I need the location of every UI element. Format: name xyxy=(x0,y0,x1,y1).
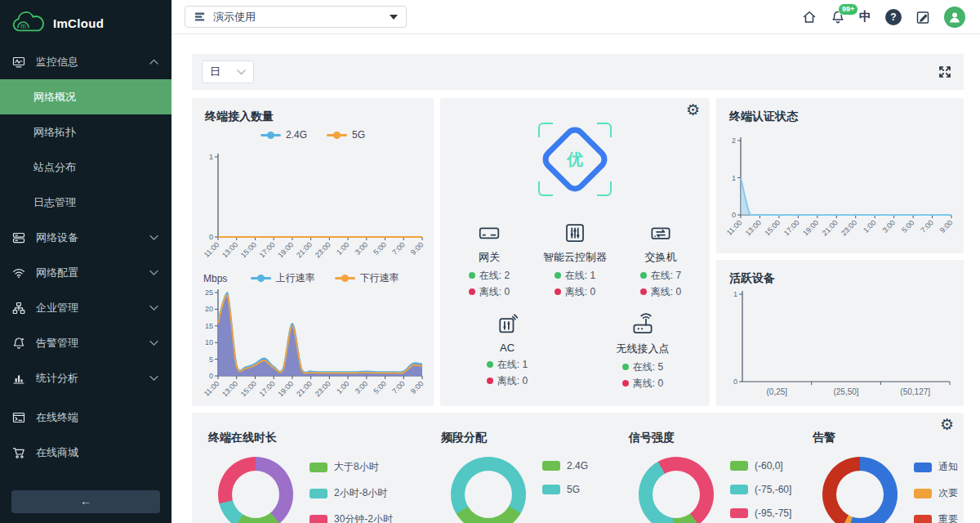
svg-text:21:00: 21:00 xyxy=(821,218,840,237)
svg-text:13:00: 13:00 xyxy=(220,240,239,259)
svg-text:5:00: 5:00 xyxy=(372,240,387,256)
legend-pill-icon xyxy=(730,485,748,494)
sidebar-item[interactable]: 网络设备 xyxy=(0,220,172,255)
device-status-row-2: AC在线: 1离线: 0无线接入点在线: 5离线: 0 xyxy=(440,312,710,391)
legend-label: 5G xyxy=(352,129,365,141)
legend-pill-icon xyxy=(730,508,748,518)
sidebar-subitem[interactable]: 站点分布 xyxy=(0,150,172,185)
legend-label: 下行速率 xyxy=(360,271,399,285)
device-offline-count: 离线: 0 xyxy=(468,373,546,389)
sidebar-item[interactable]: 企业管理 xyxy=(0,290,172,325)
svg-text:17:00: 17:00 xyxy=(258,379,277,398)
legend-pill-icon xyxy=(542,461,560,471)
device-status-card: AC在线: 1离线: 0 xyxy=(468,312,546,391)
fullscreen-button[interactable] xyxy=(938,65,952,79)
legend-item[interactable]: 上行速率 xyxy=(251,271,315,285)
legend-item[interactable]: (-75,-60] xyxy=(730,484,791,495)
app-logo[interactable]: m ImCloud xyxy=(0,0,172,44)
sidebar-item[interactable]: 监控信息 xyxy=(0,44,172,79)
period-select[interactable]: 日 xyxy=(202,60,254,83)
svg-text:1: 1 xyxy=(733,290,737,298)
period-select-value: 日 xyxy=(210,65,220,79)
legend-marker-icon xyxy=(335,277,355,279)
device-online-count: 在线: 1 xyxy=(468,356,546,373)
sidebar-item[interactable]: 网络配置 xyxy=(0,255,172,290)
svg-text:7:00: 7:00 xyxy=(919,218,934,234)
rate-legend-row: Mbps 上行速率下行速率 xyxy=(192,271,434,285)
legend-item[interactable]: 2.4G xyxy=(261,129,307,141)
legend-item[interactable]: 通知 xyxy=(914,460,958,474)
legend-item[interactable]: 大于8小时 xyxy=(310,460,393,474)
switch-icon xyxy=(648,221,673,245)
svg-text:3:00: 3:00 xyxy=(354,379,369,395)
legend-pill-icon xyxy=(310,515,327,523)
svg-text:9:00: 9:00 xyxy=(409,240,425,256)
legend-item[interactable]: (-95,-75] xyxy=(730,507,791,519)
panel-title: 终端认证状态 xyxy=(716,98,964,124)
donut-body: 大于8小时2小时-8小时30分钟-2小时 xyxy=(192,457,425,523)
legend-item[interactable]: 5G xyxy=(327,129,365,141)
sidebar-collapse-button[interactable]: ← xyxy=(11,490,160,513)
notifications-button[interactable]: 99+ xyxy=(831,10,845,25)
sidebar-item-label: 监控信息 xyxy=(36,55,149,69)
sidebar-subitem[interactable]: 网络拓扑 xyxy=(0,114,172,150)
sidebar-item[interactable]: 在线终端 xyxy=(0,400,172,435)
legend-item[interactable]: (-60,0] xyxy=(730,460,791,472)
legend-pill-icon xyxy=(542,485,560,494)
sidebar-item[interactable]: 在线商城 xyxy=(0,435,172,470)
server-icon xyxy=(12,231,25,244)
main-content: 日 终端接入数量 2.4G5G 0111:0013:0015:0017:0019… xyxy=(172,34,980,523)
donut-body: (-60,0](-75,-60](-95,-75] xyxy=(612,457,796,523)
chevron-down-icon xyxy=(149,375,158,382)
svg-text:11:00: 11:00 xyxy=(725,218,744,237)
help-button[interactable]: ? xyxy=(885,9,902,25)
user-icon xyxy=(947,10,962,25)
feedback-button[interactable] xyxy=(915,10,930,25)
sidebar-subitem[interactable]: 网络概况 xyxy=(0,79,172,114)
panel-network-health: ⚙ 优 网关在线: 2离线: 0智能云控制器在线: 1离线: 0交换机在线: 7… xyxy=(440,98,710,406)
legend-item[interactable]: 2.4G xyxy=(542,460,588,472)
sidebar-item-label: 告警管理 xyxy=(36,336,149,351)
legend-item[interactable]: 下行速率 xyxy=(335,271,399,285)
user-avatar[interactable] xyxy=(944,7,965,28)
topbar-icons: 99+ 中 ? xyxy=(802,7,980,28)
device-name: 无线接入点 xyxy=(604,342,682,356)
svg-text:17:00: 17:00 xyxy=(782,218,801,237)
legend-pill-icon xyxy=(914,515,932,523)
offline-dot-icon xyxy=(555,288,561,295)
svg-text:1:00: 1:00 xyxy=(335,379,350,395)
tenant-selector[interactable]: 演示使用 xyxy=(185,6,407,28)
svg-text:15:00: 15:00 xyxy=(763,218,782,237)
panel-title: 活跃设备 xyxy=(716,260,964,286)
legend-item[interactable]: 次要 xyxy=(914,486,958,500)
chevron-down-icon xyxy=(149,340,158,346)
language-toggle[interactable]: 中 xyxy=(859,9,871,25)
legend-item[interactable]: 5G xyxy=(542,484,588,495)
sidebar-item-label: 统计分析 xyxy=(36,371,149,386)
svg-text:15: 15 xyxy=(205,322,213,330)
svg-text:11:00: 11:00 xyxy=(203,240,221,259)
legend-label: 通知 xyxy=(938,460,958,474)
donut-legend: 2.4G5G xyxy=(542,457,588,495)
svg-text:19:00: 19:00 xyxy=(276,240,295,259)
svg-text:23:00: 23:00 xyxy=(314,240,332,259)
controller-icon xyxy=(536,221,614,245)
settings-gear-icon[interactable]: ⚙ xyxy=(686,102,700,118)
online-dot-icon xyxy=(555,272,561,279)
offline-dot-icon xyxy=(622,380,629,387)
sidebar-subitem[interactable]: 日志管理 xyxy=(0,185,172,220)
panel-auth-status: 终端认证状态 01211:0013:0015:0017:0019:0021:00… xyxy=(716,98,964,253)
sidebar-item-label: 在线商城 xyxy=(36,445,158,460)
home-button[interactable] xyxy=(802,10,817,25)
monitor-icon xyxy=(12,56,25,69)
sidebar-item[interactable]: 告警管理 xyxy=(0,325,172,360)
notification-count-badge: 99+ xyxy=(838,3,858,16)
legend-item[interactable]: 2小时-8小时 xyxy=(310,486,393,500)
terminal-access-chart: 0111:0013:0015:0017:0019:0021:0023:001:0… xyxy=(197,149,429,273)
sidebar-item[interactable]: 统计分析 xyxy=(0,360,172,396)
legend-item[interactable]: 30分钟-2小时 xyxy=(310,512,393,523)
legend-item[interactable]: 重要 xyxy=(914,512,958,523)
device-status-row-1: 网关在线: 2离线: 0智能云控制器在线: 1离线: 0交换机在线: 7离线: … xyxy=(440,221,710,300)
active-devices-chart: 01(0,25](25,50](50,127] xyxy=(721,286,958,405)
health-grade-widget: 优 xyxy=(530,114,620,204)
